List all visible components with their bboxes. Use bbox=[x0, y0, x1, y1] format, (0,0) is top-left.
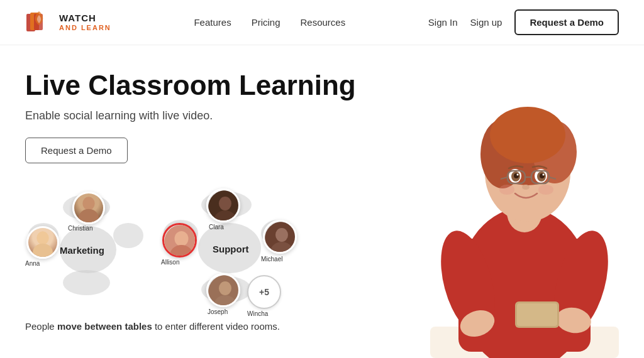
support-label: Support bbox=[213, 244, 249, 254]
svg-point-48 bbox=[499, 185, 514, 195]
svg-point-17 bbox=[219, 281, 231, 295]
avatar-michael-label: Michael bbox=[261, 256, 282, 263]
logo-icon bbox=[25, 9, 53, 36]
avatar-joseph-label: Joseph bbox=[208, 308, 228, 315]
marketing-group: Anna Christian Marketing bbox=[25, 188, 145, 311]
left-content: Live Classroom Learning Enable social le… bbox=[25, 45, 377, 358]
hero-title: Live Classroom Learning bbox=[25, 70, 377, 100]
person-svg bbox=[418, 50, 631, 358]
avatar-anna bbox=[26, 226, 59, 259]
svg-point-4 bbox=[33, 244, 53, 259]
avatar-christian bbox=[72, 192, 105, 224]
nav-links: Features Pricing Resources bbox=[194, 17, 345, 28]
svg-point-33 bbox=[490, 107, 565, 163]
footer-suffix: to enter different video rooms. bbox=[155, 321, 280, 332]
avatar-wincha-label: Wincha bbox=[247, 310, 268, 317]
navbar: WATCH AND LEARN Features Pricing Resourc… bbox=[0, 0, 644, 45]
plus-five-badge: +5 bbox=[247, 275, 281, 309]
nav-pricing[interactable]: Pricing bbox=[252, 17, 280, 28]
support-group: Allison Clara Michael Joseph +5 W bbox=[157, 188, 302, 311]
table-blob bbox=[63, 270, 110, 295]
nav-resources[interactable]: Resources bbox=[301, 17, 346, 28]
svg-point-6 bbox=[79, 209, 99, 224]
svg-point-40 bbox=[517, 174, 519, 176]
avatar-clara bbox=[206, 188, 240, 222]
nav-actions: Sign In Sign up Request a Demo bbox=[428, 9, 619, 35]
avatar-allison-label: Allison bbox=[161, 259, 179, 266]
svg-rect-27 bbox=[517, 303, 557, 326]
svg-point-11 bbox=[219, 197, 231, 210]
sign-up-link[interactable]: Sign up bbox=[470, 17, 502, 28]
sign-in-link[interactable]: Sign In bbox=[428, 17, 458, 28]
svg-point-41 bbox=[543, 174, 545, 176]
avatar-michael bbox=[263, 220, 297, 254]
svg-point-8 bbox=[175, 231, 189, 246]
footer-bold: move between tables bbox=[57, 321, 152, 332]
avatar-christian-label: Christian bbox=[68, 225, 92, 232]
svg-point-49 bbox=[538, 185, 553, 195]
footer-prefix: People bbox=[25, 321, 57, 332]
logo-and-learn: AND LEARN bbox=[59, 24, 111, 31]
logo-watch: WATCH bbox=[59, 13, 111, 24]
hero-subtitle: Enable social learning with live video. bbox=[25, 109, 377, 122]
svg-point-5 bbox=[82, 197, 94, 210]
main-content: Live Classroom Learning Enable social le… bbox=[0, 45, 644, 358]
marketing-label: Marketing bbox=[60, 245, 104, 256]
table-blob bbox=[113, 223, 143, 248]
avatar-joseph bbox=[206, 273, 240, 307]
logo[interactable]: WATCH AND LEARN bbox=[25, 9, 111, 36]
hero-image bbox=[405, 45, 644, 358]
svg-point-3 bbox=[36, 232, 48, 245]
svg-point-47 bbox=[522, 185, 530, 190]
nav-features[interactable]: Features bbox=[194, 17, 231, 28]
avatar-anna-label: Anna bbox=[25, 260, 40, 267]
request-demo-nav-button[interactable]: Request a Demo bbox=[514, 9, 619, 35]
avatar-allison bbox=[162, 223, 197, 258]
request-demo-button[interactable]: Request a Demo bbox=[25, 138, 128, 163]
footer-text: People move between tables to enter diff… bbox=[25, 321, 377, 332]
avatar-clara-label: Clara bbox=[209, 224, 224, 231]
svg-point-14 bbox=[275, 228, 288, 242]
